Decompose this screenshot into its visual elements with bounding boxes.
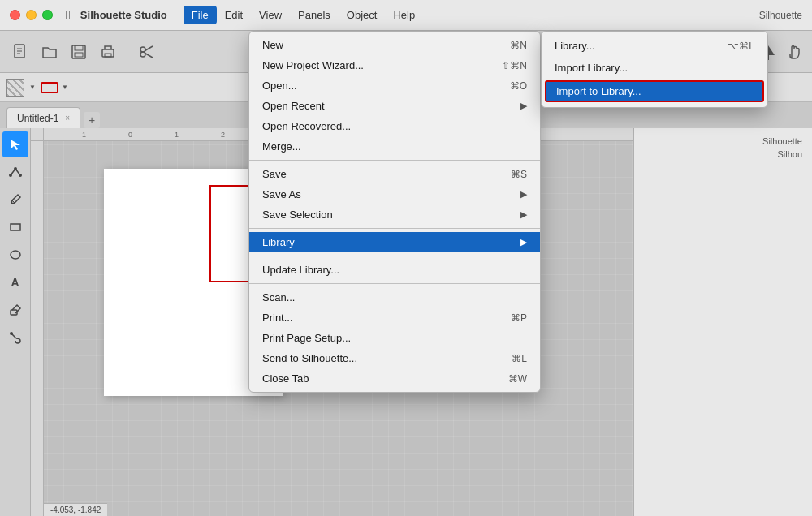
menu-item-scan[interactable]: Scan... [249,287,540,307]
menu-separator-1 [249,160,540,161]
menu-separator-4 [249,283,540,284]
menu-item-library[interactable]: Library ▶ [249,232,540,252]
menu-item-save-selection[interactable]: Save Selection ▶ [249,204,540,225]
menu-item-print[interactable]: Print... ⌘P [249,307,540,328]
menu-item-save[interactable]: Save ⌘S [249,164,540,184]
menu-separator-3 [249,256,540,256]
open-recent-arrow: ▶ [520,101,527,111]
submenu-item-import-library[interactable]: Import Library... [542,57,767,79]
library-arrow: ▶ [520,237,527,247]
save-as-arrow: ▶ [520,189,527,200]
menu-item-send-to-silhouette[interactable]: Send to Silhouette... ⌘L [249,348,540,368]
menu-item-close-tab[interactable]: Close Tab ⌘W [249,368,540,389]
menu-item-open[interactable]: Open... ⌘O [249,75,540,96]
menu-item-save-as[interactable]: Save As ▶ [249,184,540,204]
save-selection-arrow: ▶ [520,209,527,220]
file-menu-dropdown: New ⌘N New Project Wizard... ⇧⌘N Open...… [248,31,541,393]
menu-overlay: New ⌘N New Project Wizard... ⇧⌘N Open...… [0,0,812,516]
submenu-item-library[interactable]: Library... ⌥⌘L [542,35,767,57]
menu-item-update-library[interactable]: Update Library... [249,260,540,280]
menu-item-merge[interactable]: Merge... [249,136,540,157]
menu-item-new-wizard[interactable]: New Project Wizard... ⇧⌘N [249,55,540,75]
library-submenu: Library... ⌥⌘L Import Library... Import … [541,31,768,108]
menu-separator-2 [249,228,540,229]
menu-item-print-page-setup[interactable]: Print Page Setup... [249,328,540,348]
menu-item-new[interactable]: New ⌘N [249,35,540,55]
menu-item-open-recovered[interactable]: Open Recovered... [249,116,540,136]
menu-item-open-recent[interactable]: Open Recent ▶ [249,96,540,116]
submenu-item-import-to-library[interactable]: Import to Library... [545,80,764,102]
